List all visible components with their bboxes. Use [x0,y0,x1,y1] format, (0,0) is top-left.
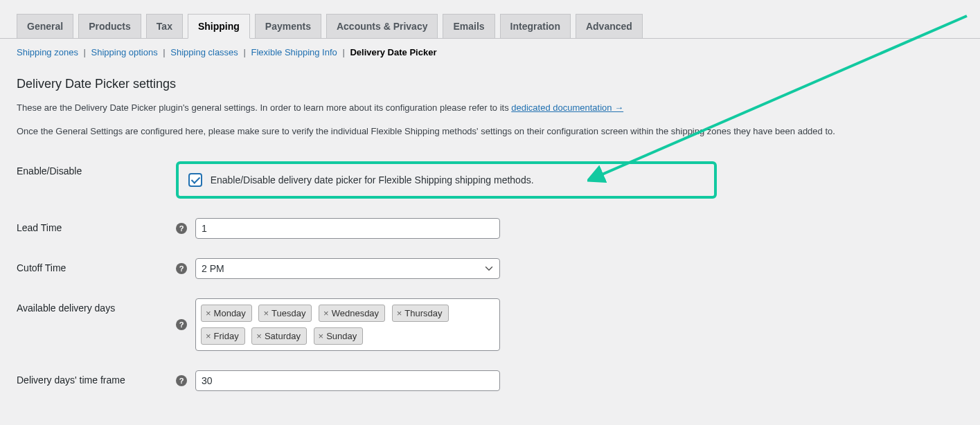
time-frame-label: Delivery days' time frame [17,361,169,401]
subnav-shipping-zones[interactable]: Shipping zones [17,47,78,57]
help-icon[interactable]: ? [176,319,187,330]
available-days-label: Available delivery days [17,289,169,361]
page-title: Delivery Date Picker settings [17,77,963,91]
intro-paragraph-2: Once the General Settings are configured… [17,125,963,138]
tag-monday[interactable]: ×Monday [201,305,252,322]
available-days-multiselect[interactable]: ×Monday ×Tuesday ×Wednesday ×Thursday ×F… [195,298,500,351]
enable-disable-checkbox[interactable] [188,173,202,187]
lead-time-label: Lead Time [17,208,169,248]
enable-disable-label: Enable/Disable [17,152,169,208]
tab-tax[interactable]: Tax [146,14,183,38]
remove-icon[interactable]: × [397,308,402,318]
tab-payments[interactable]: Payments [255,14,321,38]
shipping-subnav: Shipping zones | Shipping options | Ship… [17,47,980,57]
tab-shipping[interactable]: Shipping [188,14,250,39]
help-icon[interactable]: ? [176,375,187,386]
cutoff-time-select[interactable]: 2 PM [195,258,500,279]
main-tabs: General Products Tax Shipping Payments A… [0,0,980,39]
remove-icon[interactable]: × [256,331,262,341]
subnav-flexible-shipping-info[interactable]: Flexible Shipping Info [251,47,337,57]
intro-paragraph-1: These are the Delivery Date Picker plugi… [17,101,963,115]
remove-icon[interactable]: × [323,308,329,318]
subnav-shipping-classes[interactable]: Shipping classes [170,47,238,57]
remove-icon[interactable]: × [319,331,324,341]
remove-icon[interactable]: × [206,308,211,318]
subnav-shipping-options[interactable]: Shipping options [91,47,158,57]
remove-icon[interactable]: × [263,308,269,318]
help-icon[interactable]: ? [176,263,187,274]
tab-advanced[interactable]: Advanced [576,14,643,38]
settings-form: Enable/Disable Enable/Disable delivery d… [17,152,963,401]
time-frame-input[interactable] [195,370,500,391]
tag-sunday[interactable]: ×Sunday [314,327,364,345]
tag-saturday[interactable]: ×Saturday [251,327,307,345]
tag-wednesday[interactable]: ×Wednesday [319,305,385,322]
tab-accounts-privacy[interactable]: Accounts & Privacy [326,14,438,38]
tag-thursday[interactable]: ×Thursday [392,305,449,322]
documentation-link[interactable]: dedicated documentation → [511,102,623,113]
tag-tuesday[interactable]: ×Tuesday [258,305,312,322]
help-icon[interactable]: ? [176,223,187,234]
subnav-delivery-date-picker[interactable]: Delivery Date Picker [350,47,436,57]
cutoff-time-label: Cutoff Time [17,248,169,289]
highlight-box: Enable/Disable delivery date picker for … [176,161,717,199]
tag-friday[interactable]: ×Friday [201,327,245,345]
tab-products[interactable]: Products [78,14,141,38]
lead-time-input[interactable] [195,218,500,239]
enable-disable-checkbox-label: Enable/Disable delivery date picker for … [211,174,534,186]
remove-icon[interactable]: × [206,331,211,341]
tab-emails[interactable]: Emails [443,14,495,38]
tab-general[interactable]: General [17,14,73,38]
tab-integration[interactable]: Integration [500,14,571,38]
